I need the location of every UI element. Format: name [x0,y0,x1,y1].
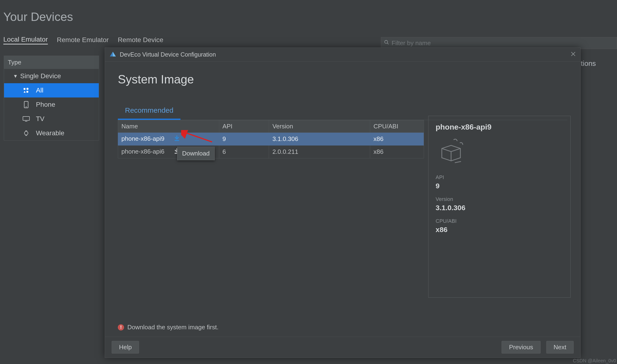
sidebar-item-phone[interactable]: Phone [4,97,99,112]
sidebar-item-wearable[interactable]: Wearable [4,126,99,140]
help-button[interactable]: Help [112,341,139,353]
tab-local-emulator[interactable]: Local Emulator [3,36,48,44]
col-api[interactable]: API [219,120,269,133]
sidebar-group-label: Single Device [20,72,61,80]
info-title: phone-x86-api9 [436,123,563,131]
sidebar-item-label: Phone [36,101,55,108]
sidebar-item-all[interactable]: All [4,83,99,97]
deveco-logo-icon [109,51,116,58]
info-cpu-label: CPU/ABI [436,218,563,224]
svg-point-3 [27,88,28,90]
svg-point-9 [25,131,28,135]
table-row[interactable]: phone-x86-api6 6 2.0.0.211 x86 [118,145,424,158]
dialog-heading: System Image [118,73,567,86]
cell-name: phone-x86-api6 [121,148,165,155]
svg-point-0 [385,40,388,43]
next-button[interactable]: Next [546,341,574,353]
sidebar-item-label: TV [36,115,44,123]
info-panel: phone-x86-api9 API 9 Version 3.1.0.306 C… [428,116,571,298]
sidebar-item-tv[interactable]: TV [4,112,99,126]
dialog-title: DevEco Virtual Device Configuration [120,51,216,58]
svg-rect-12 [175,140,179,141]
watch-icon [23,130,30,137]
info-cpu-value: x86 [436,226,563,234]
search-icon [384,40,389,46]
cell-cpu: x86 [370,133,424,145]
info-api-value: 9 [436,182,563,190]
svg-rect-2 [24,88,26,90]
close-button[interactable] [570,51,576,58]
warning-text: Download the system image first. [127,324,219,331]
previous-button[interactable]: Previous [502,341,540,353]
svg-rect-4 [27,91,28,93]
warning-icon: ! [118,324,124,330]
sidebar-item-label: Wearable [36,129,64,137]
cell-api: 6 [219,145,269,158]
col-version[interactable]: Version [269,120,370,133]
col-cpu-abi[interactable]: CPU/ABI [370,120,424,133]
cell-version: 3.1.0.306 [269,133,370,145]
actions-column-header: tions [581,59,596,67]
table-row[interactable]: phone-x86-api9 9 3.1.0.306 x86 [118,133,424,145]
dialog-body: System Image Recommended Name API Versio… [105,62,580,337]
phone-icon [23,101,30,108]
page-title: Your Devices [0,0,617,24]
info-api-label: API [436,174,563,181]
grid-icon [23,87,30,93]
search-input[interactable] [392,39,617,47]
tab-recommended[interactable]: Recommended [118,103,180,120]
sidebar: Type ▼ Single Device All Phone TV Wearab… [4,56,99,141]
empty-box-icon [436,136,466,164]
dialog-virtual-device-config: DevEco Virtual Device Configuration Syst… [105,48,581,358]
cell-api: 9 [219,133,269,145]
table-header-row: Name API Version CPU/ABI [118,120,424,133]
svg-line-1 [387,43,389,44]
cell-cpu: x86 [370,145,424,158]
svg-rect-7 [23,117,29,120]
dialog-titlebar: DevEco Virtual Device Configuration [105,48,580,62]
tab-remote-emulator[interactable]: Remote Emulator [57,36,109,44]
download-tooltip: Download [177,147,215,160]
chevron-down-icon: ▼ [13,74,18,79]
download-icon[interactable] [174,136,179,143]
sidebar-group-single-device[interactable]: ▼ Single Device [4,69,99,83]
tv-icon [23,116,30,122]
sidebar-type-header: Type [4,56,99,69]
cell-version: 2.0.0.211 [269,145,370,158]
cell-name: phone-x86-api9 [121,135,165,142]
warning-row: ! Download the system image first. [118,324,219,331]
tab-remote-device[interactable]: Remote Device [118,36,163,44]
dialog-footer: Help Previous Next [105,337,580,358]
col-name[interactable]: Name [118,120,219,133]
watermark: CSDN @Aileen_0v0 [573,358,616,364]
sidebar-item-label: All [36,87,43,94]
search-field[interactable] [381,37,617,49]
system-image-table: Name API Version CPU/ABI phone-x86-api9 … [118,120,424,158]
info-version-label: Version [436,196,563,202]
info-version-value: 3.1.0.306 [436,204,563,212]
